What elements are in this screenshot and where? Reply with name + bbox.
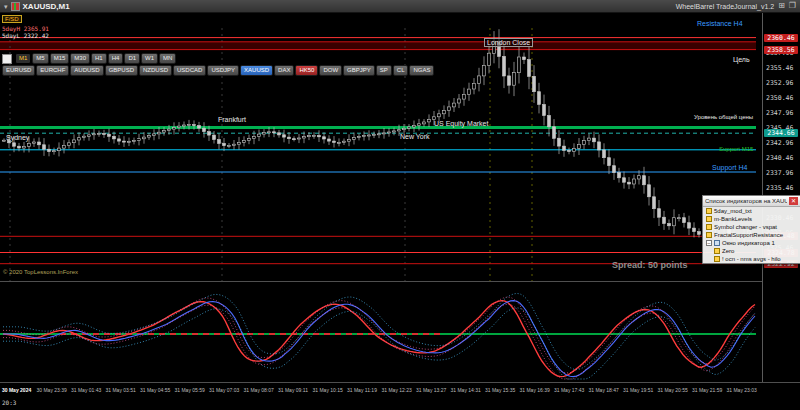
indicator-label: ! ocn - nms avgs - hilo <box>722 256 781 262</box>
indicator-label: m-BankLevels <box>714 216 752 222</box>
indicator-list-item[interactable]: Symbol changer - vspat <box>703 223 800 231</box>
price-scale-label: 2335.46 <box>766 184 793 192</box>
symbol-button-xauusd[interactable]: XAUUSD <box>240 65 273 76</box>
price-scale-label: 2355.46 <box>766 64 793 72</box>
price-level-badge: 2358.56 <box>764 46 798 54</box>
indicator-icon <box>714 256 720 262</box>
symbol-button-sp[interactable]: SP <box>376 65 392 76</box>
session-label: Sydney <box>6 134 29 141</box>
indicator-list-dialog: Список индикаторов на XAUU ✕ 5day_mod_tx… <box>702 195 800 264</box>
indicator-icon <box>706 208 712 214</box>
price-scale-label: 2347.96 <box>766 109 793 117</box>
indicator-icon <box>706 224 712 230</box>
time-axis-label: 31 May 18:47 <box>589 387 619 393</box>
time-axis-label: 31 May 04:55 <box>140 387 170 393</box>
time-axis-label: 31 May 03:51 <box>106 387 136 393</box>
resistance-h4-label: Resistance H4 <box>697 20 743 27</box>
timeframe-button-h4[interactable]: H4 <box>108 53 124 64</box>
timeframe-button-m5[interactable]: M5 <box>32 53 48 64</box>
panel-divider[interactable] <box>0 281 800 282</box>
support-m15-label: Support M15 <box>719 146 753 152</box>
five-day-low: 5dayL 2322.42 <box>2 32 49 39</box>
spread-label: Spread: 50 points <box>612 260 688 270</box>
indicator-list-item[interactable]: Zero <box>703 247 800 255</box>
symbol-button-dow[interactable]: DOW <box>319 65 342 76</box>
indicator-list-item[interactable]: FractalSupportResistance <box>703 231 800 239</box>
session-label: New York <box>400 133 430 140</box>
time-axis-label: 31 May 17:43 <box>554 387 584 393</box>
symbol-button-usdjpy[interactable]: USDJPY <box>207 65 239 76</box>
symbol-button-nzdusd[interactable]: NZDUSD <box>139 65 172 76</box>
indicator-label: Zero <box>722 248 734 254</box>
indicator-label: Symbol changer - vspat <box>714 224 777 230</box>
price-level-badge: 2360.46 <box>764 34 798 42</box>
timeframe-button-m15[interactable]: M15 <box>50 53 70 64</box>
time-axis-label: 31 May 15:35 <box>485 387 515 393</box>
time-axis-label: 31 May 08:07 <box>244 387 274 393</box>
session-label: US Equity Market <box>434 120 488 127</box>
time-axis-label: 31 May 16:39 <box>520 387 550 393</box>
timeframe-button-m30[interactable]: M30 <box>70 53 90 64</box>
time-axis[interactable]: 30 May 202430 May 23:3931 May 01:4331 Ma… <box>0 383 762 410</box>
support-h4-label: Support H4 <box>712 164 747 171</box>
chart-titlebar: ▾ XAUUSD,M1 WheelBarrel TradeJournal_v1.… <box>0 0 800 13</box>
price-scale-label: 2342.96 <box>766 139 793 147</box>
indicator-icon <box>706 232 712 238</box>
price-scale-label: 2340.46 <box>766 154 793 162</box>
time-axis-label: 31 May 07:03 <box>209 387 239 393</box>
corner-time-label: 20:3 <box>2 399 16 406</box>
time-axis-label: 31 May 21:59 <box>692 387 722 393</box>
indicator-list-item[interactable]: 5day_mod_txt <box>703 207 800 215</box>
symbol-button-gbpusd[interactable]: GBPUSD <box>105 65 138 76</box>
indicator-list-item[interactable]: ! ocn - nms avgs - hilo <box>703 255 800 263</box>
symbol-button-audusd[interactable]: AUDUSD <box>70 65 103 76</box>
time-axis-label: 31 May 12:23 <box>382 387 412 393</box>
symbol-button-ngas[interactable]: NGAS <box>409 65 434 76</box>
tree-collapse-icon[interactable]: − <box>706 240 712 246</box>
indicator-dialog-title: Список индикаторов на XAUU <box>705 198 787 204</box>
symbol-button-hk50[interactable]: HK50 <box>295 65 318 76</box>
timeframe-button-mn[interactable]: MN <box>159 53 176 64</box>
time-axis-label: 31 May 09:11 <box>278 387 308 393</box>
close-icon[interactable]: ✕ <box>789 197 798 205</box>
window-restore-icon[interactable]: ❐ <box>789 2 796 10</box>
symbol-button-gbpjpy[interactable]: GBPJPY <box>343 65 375 76</box>
time-axis-label: 31 May 14:31 <box>451 387 481 393</box>
time-axis-label: 31 May 13:27 <box>416 387 446 393</box>
chevron-down-icon[interactable]: ▾ <box>4 3 8 10</box>
indicator-icon <box>706 216 712 222</box>
blank-swatch-button[interactable] <box>2 54 12 64</box>
time-axis-label: 31 May 20:55 <box>658 387 688 393</box>
time-axis-label: 30 May 2024 <box>2 387 31 393</box>
time-axis-label: 31 May 19:51 <box>623 387 653 393</box>
five-day-high: 5dayH 2365.91 <box>2 25 49 32</box>
symbol-button-eurchf[interactable]: EURCHF <box>36 65 69 76</box>
fsd-badge[interactable]: F/SD <box>2 15 22 23</box>
price-level-badge: 2344.66 <box>764 129 798 137</box>
symbol-toolbar: EURUSDEURCHFAUDUSDGBPUSDNZDUSDUSDCADUSDJ… <box>2 65 434 76</box>
symbol-button-dax[interactable]: DAX <box>274 65 294 76</box>
chart-title: XAUUSD,M1 <box>23 2 70 11</box>
timeframe-toolbar: M1M5M15M30H1H4D1W1MN <box>2 53 176 64</box>
timeframe-button-h1[interactable]: H1 <box>91 53 107 64</box>
indicator-icon <box>714 248 720 254</box>
time-axis-label: 30 May 23:39 <box>37 387 67 393</box>
copyright-label: © 2020 TopLessons.InForex <box>3 269 78 275</box>
ea-settings-icon[interactable]: ⊞ <box>778 2 785 10</box>
time-axis-label: 31 May 23:03 <box>727 387 757 393</box>
symbol-button-eurusd[interactable]: EURUSD <box>2 65 35 76</box>
common-price-label: Уровень общей цены <box>694 114 753 120</box>
indicator-list: 5day_mod_txtm-BankLevelsSymbol changer -… <box>703 207 800 263</box>
indicator-list-item[interactable]: −Окно индикатора 1 <box>703 239 800 247</box>
timeframe-button-m1[interactable]: M1 <box>15 53 31 64</box>
symbol-button-usdcad[interactable]: USDCAD <box>173 65 206 76</box>
symbol-button-cl[interactable]: CL <box>393 65 409 76</box>
indicator-dialog-titlebar[interactable]: Список индикаторов на XAUU ✕ <box>703 196 800 207</box>
time-axis-label: 31 May 05:59 <box>175 387 205 393</box>
price-scale-label: 2337.96 <box>766 169 793 177</box>
timeframe-button-d1[interactable]: D1 <box>124 53 140 64</box>
oscillator-chart[interactable] <box>0 282 762 382</box>
axis-divider <box>0 382 800 383</box>
timeframe-button-w1[interactable]: W1 <box>141 53 158 64</box>
indicator-list-item[interactable]: m-BankLevels <box>703 215 800 223</box>
